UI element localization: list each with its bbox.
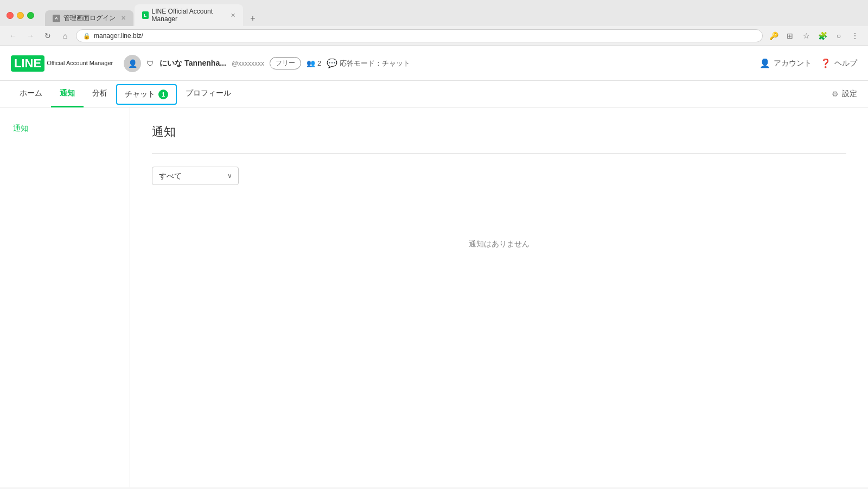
chat-bubble-icon: 💬 xyxy=(327,58,337,68)
nav-item-analytics[interactable]: 分析 xyxy=(84,81,116,107)
logo-subtitle-line1: Official Account xyxy=(47,60,88,66)
settings-label: 設定 xyxy=(842,89,857,99)
page-title: 通知 xyxy=(152,124,846,140)
account-name: にいな Tannenha... xyxy=(159,59,226,68)
filter-select[interactable]: すべて 未読 既読 xyxy=(152,167,239,185)
friends-count-value: 2 xyxy=(317,59,321,67)
content-divider xyxy=(152,153,846,154)
account-circle-icon[interactable]: ○ xyxy=(832,29,845,42)
minimize-button[interactable] xyxy=(17,12,24,19)
nav-item-home[interactable]: ホーム xyxy=(11,81,51,107)
app: LINE Official Account Manager 👤 🛡 にいな Ta… xyxy=(0,46,868,487)
help-button-label: ヘルプ xyxy=(834,59,857,68)
browser-titlebar: A 管理画面ログイン ✕ L LINE Official Account Man… xyxy=(0,0,868,26)
extensions-icon[interactable]: 🧩 xyxy=(816,29,829,42)
address-bar[interactable]: 🔒 manager.line.biz/ xyxy=(76,29,763,42)
nav-item-notifications[interactable]: 通知 xyxy=(51,81,84,107)
main-content: 通知 すべて 未読 既読 通知はありません xyxy=(130,107,868,487)
header-right: 👤 アカウント ❓ ヘルプ xyxy=(760,58,857,68)
app-header: LINE Official Account Manager 👤 🛡 にいな Ta… xyxy=(0,46,868,81)
tab-favicon-admin: A xyxy=(53,15,60,22)
menu-icon[interactable]: ⋮ xyxy=(848,29,861,42)
maximize-button[interactable] xyxy=(27,12,34,19)
nav-profile-label: プロフィール xyxy=(186,88,231,97)
help-icon: ❓ xyxy=(820,58,831,68)
nav-item-chat[interactable]: チャット 1 xyxy=(116,84,177,105)
traffic-lights xyxy=(7,12,34,19)
logo-line-brand: LINE xyxy=(11,55,44,72)
browser-window: A 管理画面ログイン ✕ L LINE Official Account Man… xyxy=(0,0,868,487)
sidebar-item-notifications[interactable]: 通知 xyxy=(0,118,130,139)
bookmark-icon[interactable]: ☆ xyxy=(800,29,813,42)
nav-chat-label: チャット xyxy=(125,90,155,99)
response-mode: 💬 応答モード：チャット xyxy=(327,58,410,68)
tab-admin[interactable]: A 管理画面ログイン ✕ xyxy=(45,10,133,26)
settings-button[interactable]: ⚙ 設定 xyxy=(832,89,857,99)
tab-line[interactable]: L LINE Official Account Manager ✕ xyxy=(135,4,243,26)
response-mode-label: 応答モード：チャット xyxy=(340,59,410,68)
chat-badge: 1 xyxy=(158,90,168,99)
filter-select-wrapper: すべて 未読 既読 xyxy=(152,167,239,185)
sidebar-item-notifications-label: 通知 xyxy=(13,124,28,132)
new-tab-button[interactable]: + xyxy=(246,12,259,25)
empty-message: 通知はありません xyxy=(152,239,846,249)
close-button[interactable] xyxy=(7,12,14,19)
account-icon: 👤 xyxy=(760,58,770,68)
browser-tabs: A 管理画面ログイン ✕ L LINE Official Account Man… xyxy=(45,4,259,26)
forward-button[interactable]: → xyxy=(24,29,37,42)
avatar: 👤 xyxy=(124,55,141,72)
nav-home-label: ホーム xyxy=(20,88,42,97)
reload-button[interactable]: ↻ xyxy=(41,29,54,42)
gear-icon: ⚙ xyxy=(832,90,839,98)
browser-toolbar: ← → ↻ ⌂ 🔒 manager.line.biz/ 🔑 ⊞ ☆ 🧩 ○ ⋮ xyxy=(0,26,868,46)
app-logo: LINE Official Account Manager xyxy=(11,55,113,72)
logo-text: Official Account Manager xyxy=(47,59,113,67)
translate-icon[interactable]: ⊞ xyxy=(783,29,796,42)
tab-admin-close[interactable]: ✕ xyxy=(121,15,126,22)
tab-line-close[interactable]: ✕ xyxy=(231,12,235,19)
account-button[interactable]: 👤 アカウント xyxy=(760,58,812,68)
content-layout: 通知 通知 すべて 未読 既読 通知はありません xyxy=(0,107,868,487)
sidebar: 通知 xyxy=(0,107,130,487)
home-button[interactable]: ⌂ xyxy=(59,29,72,42)
app-nav: ホーム 通知 分析 チャット 1 プロフィール ⚙ 設定 xyxy=(0,81,868,107)
account-button-label: アカウント xyxy=(774,59,812,68)
back-button[interactable]: ← xyxy=(7,29,20,42)
plan-badge: フリー xyxy=(270,57,301,69)
address-url: manager.line.biz/ xyxy=(94,32,143,40)
header-account-info: 👤 🛡 にいな Tannenha... @xxxxxxxx フリー 👥 2 💬 … xyxy=(124,55,410,72)
nav-item-profile[interactable]: プロフィール xyxy=(177,81,240,107)
nav-analytics-label: 分析 xyxy=(92,88,107,97)
nav-notifications-label: 通知 xyxy=(60,88,75,97)
help-button[interactable]: ❓ ヘルプ xyxy=(820,58,857,68)
friends-icon: 👥 xyxy=(307,59,315,67)
tab-line-label: LINE Official Account Manager xyxy=(152,8,225,23)
account-id: @xxxxxxxx xyxy=(232,60,264,67)
logo-subtitle-line2: Manager xyxy=(90,60,113,66)
tab-favicon-line: L xyxy=(142,11,149,19)
friends-count: 👥 2 xyxy=(307,59,321,67)
lock-icon: 🔒 xyxy=(83,33,91,40)
key-icon[interactable]: 🔑 xyxy=(767,29,780,42)
tab-admin-label: 管理画面ログイン xyxy=(63,14,116,23)
toolbar-actions: 🔑 ⊞ ☆ 🧩 ○ ⋮ xyxy=(767,29,861,42)
shield-icon: 🛡 xyxy=(146,59,154,68)
